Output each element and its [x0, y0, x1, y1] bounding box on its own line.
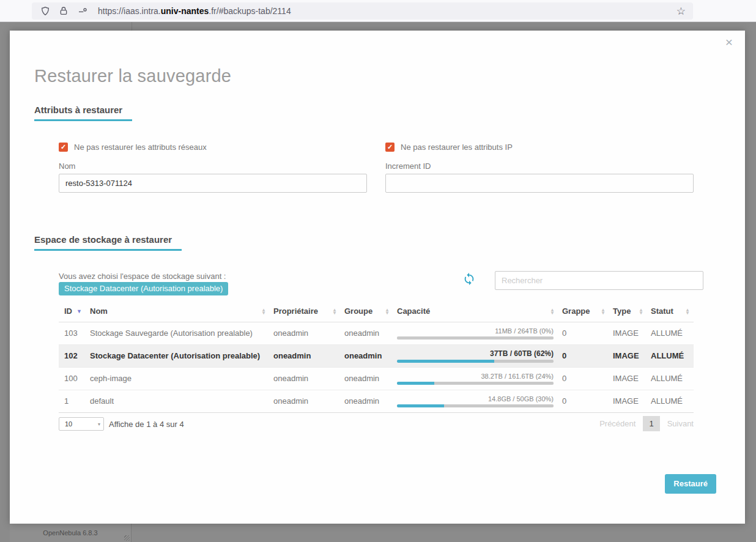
sort-icon: ▴▾ [551, 308, 554, 314]
table-row[interactable]: 1 default oneadmin oneadmin 14.8GB / 50G… [59, 390, 694, 412]
capacity-label: 38.2TB / 161.6TB (24%) [397, 373, 554, 380]
column-header-grappe[interactable]: Grappe▴▾ [558, 301, 609, 322]
datastore-table: ID▼ Nom▴▾ Propriétaire▴▾ Groupe▴▾ Capaci… [59, 301, 694, 413]
sort-icon: ▴▾ [686, 308, 689, 314]
capacity-bar [397, 382, 554, 385]
tab-attributes[interactable]: Attributs à restaurer [34, 105, 132, 121]
column-header-groupe[interactable]: Groupe▴▾ [341, 301, 393, 322]
url-bar[interactable]: https://iaas.intra.univ-nantes.fr/#backu… [32, 2, 693, 20]
column-header-proprietaire[interactable]: Propriétaire▴▾ [270, 301, 341, 322]
next-page-button[interactable]: Suivant [667, 419, 694, 428]
sort-icon: ▴▾ [602, 308, 604, 314]
sort-icon: ▴▾ [386, 308, 388, 314]
tracking-shield-icon[interactable] [40, 6, 50, 16]
capacity-label: 14.8GB / 50GB (30%) [397, 395, 554, 403]
search-input[interactable] [495, 271, 703, 290]
dialog-title: Restaurer la sauvegarde [34, 66, 231, 86]
name-field[interactable] [59, 174, 367, 193]
restore-backup-dialog: × Restaurer la sauvegarde Attributs à re… [10, 31, 745, 524]
checkbox-row-network: ✓ Ne pas restaurer les attributs réseaux [59, 143, 207, 152]
table-row-selected[interactable]: 102 Stockage Datacenter (Autorisation pr… [59, 344, 694, 367]
permissions-icon[interactable] [77, 6, 87, 16]
capacity-bar [397, 404, 554, 407]
current-page-button[interactable]: 1 [643, 416, 659, 431]
close-icon[interactable]: × [725, 35, 733, 48]
checkmark-icon: ✓ [61, 144, 66, 150]
bookmark-star-icon[interactable]: ☆ [676, 6, 686, 17]
column-header-type[interactable]: Type▴▾ [609, 301, 647, 322]
background-sidebar-edge [132, 22, 132, 31]
screen: https://iaas.intra.univ-nantes.fr/#backu… [0, 0, 756, 542]
column-header-id[interactable]: ID▼ [59, 301, 86, 322]
increment-id-field[interactable] [385, 174, 694, 193]
sort-icon: ▴▾ [262, 308, 265, 314]
column-header-nom[interactable]: Nom▴▾ [86, 301, 270, 322]
background-footer-panel: OpenNebula 6.8.3 [10, 524, 132, 542]
name-field-label: Nom [59, 161, 75, 171]
capacity-label: 11MB / 264TB (0%) [397, 327, 554, 335]
no-network-attrs-checkbox[interactable]: ✓ [59, 143, 68, 152]
url-text: https://iaas.intra.univ-nantes.fr/#backu… [98, 6, 291, 16]
sort-icon: ▴▾ [333, 308, 336, 314]
lock-icon[interactable] [59, 6, 69, 16]
capacity-bar [397, 360, 554, 363]
refresh-icon[interactable] [462, 272, 476, 286]
restore-button[interactable]: Restauré [665, 474, 716, 494]
storage-intro-text: Vous avez choisi l'espace de stockage su… [59, 272, 226, 281]
table-row[interactable]: 100 ceph-image oneadmin oneadmin 38.2TB … [59, 367, 694, 390]
pagination-nav: Précédent 1 Suivant [599, 416, 694, 431]
previous-page-button[interactable]: Précédent [599, 419, 636, 428]
column-header-capacite[interactable]: Capacité▴▾ [393, 301, 558, 322]
selected-datastore-badge: Stockage Datacenter (Autorisation preala… [59, 282, 228, 295]
checkbox-row-ip: ✓ Ne pas restaurer les attributs IP [385, 143, 513, 152]
table-row[interactable]: 103 Stockage Sauvegarde (Autorisation pr… [59, 322, 694, 344]
pagination-info: Affiche de 1 à 4 sur 4 [109, 420, 184, 429]
chevron-down-icon: ▾ [98, 421, 100, 427]
modal-overlay: OpenNebula 6.8.3 × Restaurer la sauvegar… [0, 22, 756, 542]
no-ip-attrs-checkbox[interactable]: ✓ [385, 143, 395, 152]
page-size-select[interactable]: 10 ▾ [59, 417, 104, 431]
opennebula-version: OpenNebula 6.8.3 [43, 529, 97, 536]
resize-handle-icon[interactable] [124, 535, 130, 541]
no-network-attrs-label: Ne pas restaurer les attributs réseaux [74, 143, 207, 152]
browser-toolbar: https://iaas.intra.univ-nantes.fr/#backu… [0, 0, 756, 22]
sort-desc-icon: ▼ [76, 308, 82, 314]
table-header-row: ID▼ Nom▴▾ Propriétaire▴▾ Groupe▴▾ Capaci… [59, 301, 694, 322]
capacity-label: 37TB / 60TB (62%) [397, 349, 554, 358]
increment-id-label: Increment ID [385, 161, 431, 171]
no-ip-attrs-label: Ne pas restaurer les attributs IP [401, 143, 513, 152]
capacity-bar [397, 336, 554, 340]
checkmark-icon: ✓ [387, 144, 393, 150]
sort-icon: ▴▾ [640, 308, 642, 314]
column-header-statut[interactable]: Statut▴▾ [647, 301, 694, 322]
tab-storage[interactable]: Espace de stockage à restaurer [34, 234, 182, 251]
